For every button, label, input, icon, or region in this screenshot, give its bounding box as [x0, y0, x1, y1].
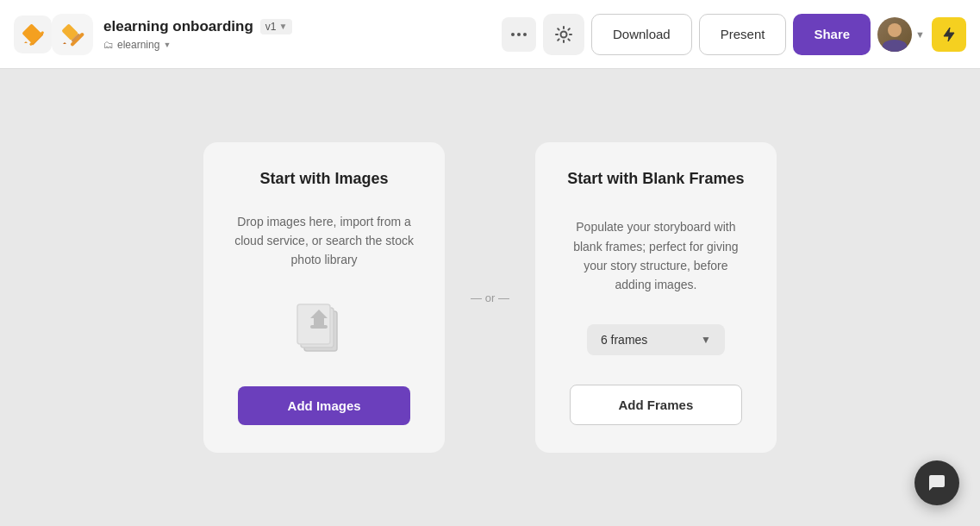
add-frames-button[interactable]: Add Frames	[570, 385, 742, 425]
avatar-chevron-icon[interactable]: ▼	[915, 29, 925, 40]
or-separator: — or —	[462, 291, 518, 304]
folder-icon: 🗂	[103, 39, 114, 51]
upload-icon-area	[294, 293, 354, 362]
header-actions: Download Present Share ▼	[502, 14, 966, 55]
avatar[interactable]	[877, 17, 912, 52]
present-button[interactable]: Present	[699, 14, 787, 55]
start-with-blank-frames-card: Start with Blank Frames Populate your st…	[535, 142, 777, 453]
header: elearning onboarding v1 ▼ 🗂 elearning ▼	[0, 0, 980, 69]
version-chevron-icon: ▼	[278, 22, 287, 31]
chat-button[interactable]	[914, 460, 959, 505]
main-content: Start with Images Drop images here, impo…	[0, 69, 980, 526]
images-card-title: Start with Images	[260, 170, 389, 188]
frames-card-description: Populate your storyboard with blank fram…	[566, 217, 746, 295]
svg-marker-3	[24, 41, 28, 43]
share-button[interactable]: Share	[793, 14, 871, 55]
add-images-button[interactable]: Add Images	[238, 386, 410, 425]
settings-button[interactable]	[543, 14, 584, 55]
logo-icon	[14, 16, 52, 53]
start-with-images-card: Start with Images Drop images here, impo…	[203, 142, 445, 453]
more-options-button[interactable]	[502, 17, 536, 52]
breadcrumb-folder[interactable]: 🗂 elearning ▼	[103, 39, 171, 51]
frames-card-title: Start with Blank Frames	[567, 170, 744, 188]
logo-area	[14, 16, 52, 53]
svg-rect-4	[22, 23, 42, 44]
upload-icon	[294, 297, 354, 358]
title-area: elearning onboarding v1 ▼ 🗂 elearning ▼	[103, 18, 292, 51]
avatar-area: ▼	[877, 17, 925, 52]
breadcrumb-chevron-icon: ▼	[163, 41, 171, 49]
svg-rect-13	[310, 325, 328, 329]
app-logo	[52, 14, 93, 55]
project-title: elearning onboarding	[103, 18, 253, 35]
frames-option-label: 6 frames	[601, 333, 647, 347]
frames-count-dropdown[interactable]: 6 frames ▼	[587, 324, 725, 355]
images-card-description: Drop images here, import from a cloud se…	[234, 212, 414, 270]
or-text: — or —	[471, 291, 509, 304]
lightning-button[interactable]	[932, 17, 966, 52]
version-selector[interactable]: v1 ▼	[260, 19, 293, 34]
download-button[interactable]: Download	[591, 14, 692, 55]
frames-dropdown-chevron-icon: ▼	[701, 334, 711, 346]
svg-marker-6	[63, 42, 66, 44]
breadcrumb-label: elearning	[117, 39, 159, 51]
svg-point-9	[560, 31, 566, 37]
version-label: v1	[265, 21, 277, 33]
